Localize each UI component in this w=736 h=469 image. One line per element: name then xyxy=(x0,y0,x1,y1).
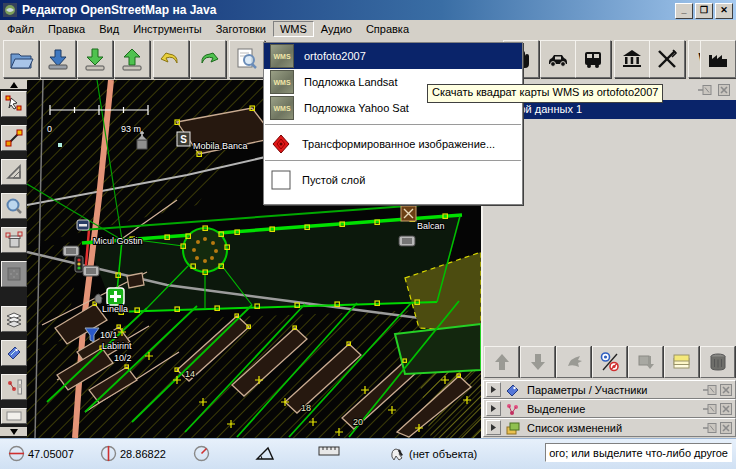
tag-icon xyxy=(505,383,521,397)
right-triangle-icon xyxy=(490,386,497,393)
selection-list-icon xyxy=(5,378,23,396)
layer-up-button[interactable] xyxy=(484,346,519,378)
shop-badge-icon xyxy=(77,220,89,230)
object-info-value: (нет объекта) xyxy=(409,448,477,460)
menu-separator xyxy=(265,124,521,128)
redo-button[interactable] xyxy=(190,40,226,78)
strip-scroll-up[interactable] xyxy=(0,80,27,89)
expand-button[interactable] xyxy=(486,382,501,397)
wms-dropdown-menu: WMS ortofoto2007 WMS Подложка Landsat WM… xyxy=(263,42,523,205)
parking-badge-icon xyxy=(83,266,99,276)
status-bar: 47.05007 28.86822 (нет объекта) ого; или… xyxy=(0,438,736,469)
empty-square-icon xyxy=(270,169,292,191)
sticky-pin-icon[interactable] xyxy=(703,422,717,434)
wms-item-ortofoto2007[interactable]: WMS ortofoto2007 xyxy=(264,43,522,69)
panel-bar-selection[interactable]: Выделение xyxy=(483,399,736,418)
museum-icon xyxy=(619,46,645,72)
draw-node-tool-button[interactable] xyxy=(1,125,27,151)
menu-file[interactable]: Файл xyxy=(0,21,41,37)
panel-close-icon[interactable] xyxy=(720,403,732,415)
traffic-light-icon xyxy=(75,256,83,272)
wms-item-label: Подложка Yahoo Sat xyxy=(304,102,409,114)
layer-merge-button[interactable] xyxy=(556,346,591,378)
search-button[interactable] xyxy=(229,40,265,78)
menu-edit[interactable]: Правка xyxy=(41,21,92,37)
save-icon xyxy=(82,46,108,72)
panel-label-properties: Параметры / Участники xyxy=(527,384,703,396)
panel-close-icon[interactable] xyxy=(720,384,732,396)
menu-audio[interactable]: Аудио xyxy=(314,21,359,37)
expand-button[interactable] xyxy=(486,420,501,435)
save-button[interactable] xyxy=(77,40,113,78)
layers-panel-toggle[interactable] xyxy=(1,306,27,332)
trash-nodes-icon xyxy=(5,231,23,249)
wms-item-blank-layer[interactable]: Пустой слой xyxy=(264,167,522,193)
up-arrow-icon xyxy=(492,352,512,372)
layer-visibility-button[interactable] xyxy=(592,346,627,378)
measure-tool-button[interactable] xyxy=(1,159,27,185)
car-icon xyxy=(545,46,571,72)
menu-wms[interactable]: WMS xyxy=(273,21,314,37)
zoom-tool-button[interactable] xyxy=(1,193,27,219)
restaurant-icon xyxy=(654,46,680,72)
title-bar: Редактор OpenStreetMap на Java _ ❐ ✕ xyxy=(0,0,736,20)
misc-node xyxy=(58,143,62,147)
wms-layer-icon: WMS xyxy=(270,70,294,94)
scale-zero-label: 0 xyxy=(47,124,52,134)
wms-item-label: Пустой слой xyxy=(302,174,365,186)
museum-poi-button[interactable] xyxy=(614,40,650,78)
latitude-icon xyxy=(8,445,25,462)
sticky-pin-icon[interactable] xyxy=(703,403,717,415)
factory-poi-button[interactable] xyxy=(700,40,736,78)
wms-item-rectified-image[interactable]: Трансформированное изображение... xyxy=(264,131,522,157)
download-data-button[interactable] xyxy=(40,40,76,78)
layer-merge-down-button[interactable] xyxy=(628,346,663,378)
car-poi-button[interactable] xyxy=(540,40,576,78)
menu-view[interactable]: Вид xyxy=(92,21,126,37)
close-button[interactable]: ✕ xyxy=(715,3,733,19)
panel-close-icon[interactable] xyxy=(720,422,732,434)
select-tool-button[interactable] xyxy=(1,91,27,117)
set-square-icon xyxy=(5,163,23,181)
right-triangle-icon xyxy=(490,405,497,412)
properties-panel-toggle[interactable] xyxy=(1,340,27,366)
undo-button[interactable] xyxy=(153,40,189,78)
hint-text-field[interactable]: ого; или выделите что-либо другое xyxy=(545,443,732,462)
layer-delete-button[interactable] xyxy=(700,346,735,378)
longitude-icon xyxy=(100,445,117,462)
panel-bar-changeset[interactable]: Список изменений xyxy=(483,418,736,437)
merge-icon xyxy=(564,352,584,372)
delete-tool-button[interactable] xyxy=(1,227,27,253)
changeset-icon xyxy=(505,421,521,435)
layer-down-button[interactable] xyxy=(520,346,555,378)
bus-icon xyxy=(580,46,606,72)
expand-button[interactable] xyxy=(486,401,501,416)
menu-presets[interactable]: Заготовки xyxy=(209,21,273,37)
upload-button[interactable] xyxy=(114,40,150,78)
panel-bar-properties[interactable]: Параметры / Участники xyxy=(483,380,736,399)
merge-down-icon xyxy=(636,352,656,372)
menu-separator xyxy=(265,160,521,164)
strip-scroll-down[interactable] xyxy=(0,427,27,436)
sticky-pin-icon[interactable] xyxy=(698,84,712,98)
wms-item-label: Трансформированное изображение... xyxy=(302,138,495,150)
layer-duplicate-button[interactable] xyxy=(664,346,699,378)
layers-icon xyxy=(5,310,23,328)
panel-close-icon[interactable] xyxy=(718,84,730,98)
tooltip: Скачать квадрат карты WMS из ortofoto200… xyxy=(427,84,663,103)
minimize-button[interactable]: _ xyxy=(675,3,693,19)
open-file-button[interactable] xyxy=(3,40,39,78)
longitude-display: 28.86822 xyxy=(100,445,166,462)
restaurant-poi-button[interactable] xyxy=(649,40,685,78)
duplicate-layers-icon xyxy=(671,352,693,372)
selection-panel-toggle[interactable] xyxy=(1,374,27,400)
maximize-button[interactable]: ❐ xyxy=(695,3,713,19)
menu-tools[interactable]: Инструменты xyxy=(126,21,209,37)
latitude-value: 47.05007 xyxy=(28,448,74,460)
edit-tool-strip xyxy=(0,80,27,438)
wms-item-label: Подложка Landsat xyxy=(304,76,397,88)
sticky-pin-icon[interactable] xyxy=(703,384,717,396)
bus-poi-button[interactable] xyxy=(575,40,611,78)
changeset-panel-toggle[interactable] xyxy=(1,408,27,424)
menu-help[interactable]: Справка xyxy=(359,21,416,37)
